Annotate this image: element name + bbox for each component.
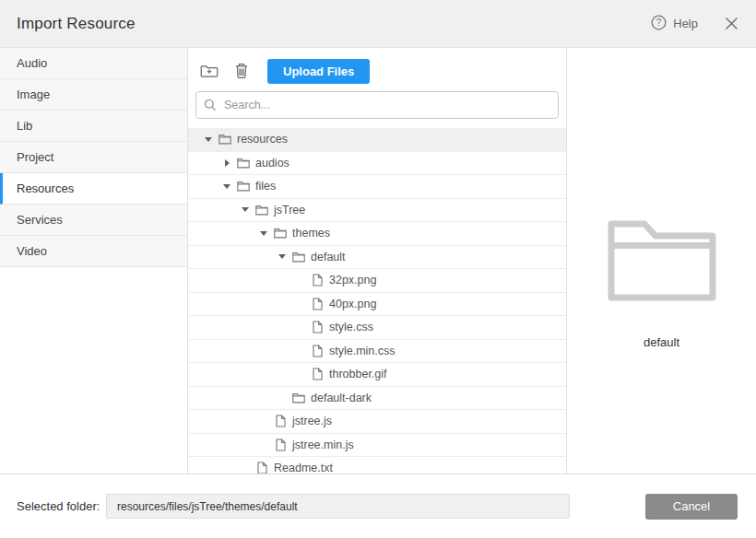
chevron-down-icon[interactable] <box>219 184 234 189</box>
tree-row[interactable]: themes <box>188 222 566 246</box>
file-icon <box>254 462 269 474</box>
dialog-header: Import Resource ? Help <box>0 0 756 48</box>
chevron-down-icon[interactable] <box>275 254 289 259</box>
preview-panel: default <box>567 48 756 474</box>
tree-node-label: jstree.min.js <box>292 439 354 451</box>
tree-node-label: style.css <box>329 321 373 333</box>
sidebar-item-label: Lib <box>17 119 32 133</box>
file-icon <box>310 345 325 357</box>
sidebar-item-label: Services <box>17 213 63 227</box>
tree-row[interactable]: Readme.txt <box>188 457 566 474</box>
tree-node-label: 40px.png <box>329 298 376 310</box>
cancel-button[interactable]: Cancel <box>645 494 738 520</box>
chevron-down-icon[interactable] <box>256 231 271 236</box>
help-label: Help <box>673 17 698 30</box>
folder-icon <box>291 251 306 263</box>
tree-node-label: 32px.png <box>329 274 376 287</box>
folder-icon <box>236 181 251 192</box>
chevron-down-icon[interactable] <box>238 207 253 212</box>
dialog-footer: Selected folder: Cancel <box>0 474 756 538</box>
folder-icon <box>218 134 232 145</box>
tree-row[interactable]: jstree.min.js <box>188 434 566 458</box>
tree-row[interactable]: jsTree <box>188 199 566 223</box>
tree-node-label: jsTree <box>274 204 305 216</box>
file-icon <box>310 298 325 310</box>
sidebar-item-video[interactable]: Video <box>0 236 187 267</box>
tree-node-label: audios <box>255 157 289 170</box>
file-icon <box>273 415 288 427</box>
selected-folder-label: Selected folder: <box>17 499 106 513</box>
search-input[interactable] <box>195 91 559 119</box>
help-button[interactable]: ? Help <box>651 15 698 33</box>
sidebar-item-label: Project <box>17 150 53 164</box>
tree-node-label: files <box>255 180 276 193</box>
file-icon <box>310 274 325 287</box>
sidebar-item-project[interactable]: Project <box>0 142 187 173</box>
import-resource-dialog: Import Resource ? Help AudioImageLibProj… <box>0 0 756 538</box>
tree-row[interactable]: style.css <box>188 316 566 340</box>
sidebar-item-label: Image <box>17 88 50 101</box>
preview-folder-name: default <box>644 335 679 349</box>
tree-node-label: style.min.css <box>329 345 396 357</box>
header-actions: ? Help <box>651 15 738 33</box>
folder-icon <box>254 205 269 216</box>
chevron-down-icon[interactable] <box>201 137 216 142</box>
search-icon <box>204 99 217 115</box>
sidebar-item-lib[interactable]: Lib <box>0 111 187 142</box>
help-icon: ? <box>651 15 667 33</box>
tree-row[interactable]: jstree.js <box>188 410 566 434</box>
page-title: Import Resource <box>17 15 136 33</box>
tree-row[interactable]: 40px.png <box>188 293 566 317</box>
sidebar: AudioImageLibProjectResourcesServicesVid… <box>0 48 188 474</box>
tree-row[interactable]: resources <box>188 128 566 152</box>
file-tree: resourcesaudiosfilesjsTreethemesdefault3… <box>188 128 566 474</box>
svg-text:?: ? <box>656 18 662 28</box>
close-icon[interactable] <box>726 18 738 29</box>
file-icon <box>273 439 288 451</box>
tree-node-label: default-dark <box>311 392 372 404</box>
tree-row[interactable]: audios <box>188 152 566 176</box>
trash-icon[interactable] <box>230 60 254 82</box>
add-folder-icon[interactable] <box>197 60 221 82</box>
tree-node-label: themes <box>292 227 330 240</box>
tree-row[interactable]: 32px.png <box>188 269 566 293</box>
file-browser: Upload Files resourcesaudiosfilesjsTreet… <box>188 48 567 474</box>
folder-icon <box>273 228 288 239</box>
sidebar-item-image[interactable]: Image <box>0 79 187 111</box>
sidebar-item-label: Video <box>17 244 47 258</box>
file-icon <box>310 368 325 380</box>
file-icon <box>310 321 325 333</box>
tree-row[interactable]: files <box>188 175 566 199</box>
dialog-body: AudioImageLibProjectResourcesServicesVid… <box>0 48 756 474</box>
tree-node-label: default <box>311 251 346 263</box>
tree-node-label: throbber.gif <box>329 368 387 380</box>
tree-node-label: jstree.js <box>292 415 332 427</box>
tree-row[interactable]: throbber.gif <box>188 363 566 387</box>
sidebar-item-resources[interactable]: Resources <box>0 173 187 205</box>
folder-icon <box>291 392 306 404</box>
sidebar-item-label: Resources <box>17 181 74 195</box>
upload-files-button[interactable]: Upload Files <box>267 59 370 84</box>
tree-node-label: Readme.txt <box>274 462 333 474</box>
folder-icon <box>236 158 251 169</box>
tree-node-label: resources <box>237 133 288 146</box>
sidebar-item-services[interactable]: Services <box>0 205 187 236</box>
chevron-right-icon[interactable] <box>219 159 234 167</box>
folder-icon <box>606 215 718 307</box>
sidebar-item-label: Audio <box>17 56 47 70</box>
toolbar: Upload Files <box>188 48 566 85</box>
tree-row[interactable]: style.min.css <box>188 340 566 364</box>
sidebar-item-audio[interactable]: Audio <box>0 48 187 79</box>
tree-row[interactable]: default-dark <box>188 387 566 411</box>
search-bar <box>195 91 559 124</box>
tree-row[interactable]: default <box>188 246 566 270</box>
selected-folder-path-input[interactable] <box>106 494 570 519</box>
